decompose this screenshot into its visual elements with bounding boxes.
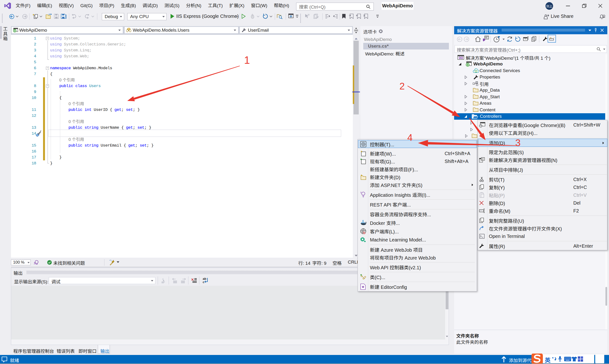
svg-text:c: c	[203, 280, 204, 284]
